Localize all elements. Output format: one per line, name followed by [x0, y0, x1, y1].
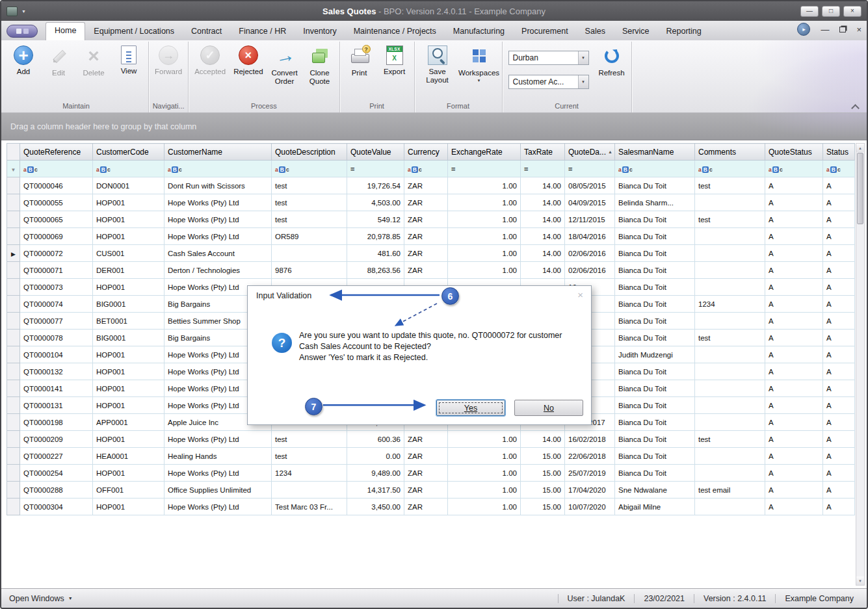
grid-cell[interactable]: 1.00: [448, 194, 521, 211]
grid-cell[interactable]: 16/02/2018: [565, 431, 615, 448]
filter-cell-quotestatus[interactable]: aBc: [765, 161, 823, 177]
grid-cell[interactable]: Hope Works (Pty) Ltd: [164, 499, 272, 515]
grid-cell[interactable]: Bianca Du Toit: [615, 262, 695, 279]
grid-cell[interactable]: Bianca Du Toit: [615, 313, 695, 330]
grid-cell[interactable]: [695, 465, 765, 482]
grid-cell[interactable]: A: [765, 380, 823, 397]
grid-cell[interactable]: QT0000254: [20, 465, 93, 482]
grid-cell[interactable]: HOP001: [93, 194, 164, 211]
grid-cell[interactable]: Hope Works (Pty) Ltd: [164, 431, 272, 448]
branch-dropdown[interactable]: Durban▼: [508, 51, 589, 65]
grid-cell[interactable]: OFF001: [93, 482, 164, 499]
tab-finance-hr[interactable]: Finance / HR: [230, 23, 295, 40]
add-button[interactable]: +Add: [6, 42, 41, 76]
grid-cell[interactable]: QT0000104: [20, 346, 93, 363]
grid-cell[interactable]: A: [823, 346, 855, 363]
grid-cell[interactable]: Bianca Du Toit: [615, 330, 695, 346]
grid-cell[interactable]: [695, 228, 765, 245]
filter-cell-taxrate[interactable]: =: [521, 161, 565, 177]
grid-cell[interactable]: Hope Works (Pty) Ltd: [164, 211, 272, 228]
grid-cell[interactable]: A: [765, 414, 823, 431]
no-button[interactable]: No: [514, 400, 583, 416]
grid-cell[interactable]: 12/11/2015: [565, 211, 615, 228]
open-windows-button[interactable]: Open Windows ▼: [1, 594, 73, 603]
row-indicator[interactable]: [7, 414, 20, 431]
export-button[interactable]: XLSXXExport: [377, 42, 412, 76]
grid-cell[interactable]: test: [695, 177, 765, 194]
grid-cell[interactable]: ZAR: [404, 245, 448, 262]
grid-cell[interactable]: QT0000074: [20, 296, 93, 313]
filter-cell-salesmanname[interactable]: aBc: [615, 161, 695, 177]
customer-filter-dropdown[interactable]: Customer Ac...▼: [508, 75, 589, 89]
row-indicator[interactable]: [7, 296, 20, 313]
row-indicator[interactable]: ▶: [7, 245, 20, 262]
tab-reporting[interactable]: Reporting: [658, 23, 710, 40]
tab-contract[interactable]: Contract: [183, 23, 230, 40]
grid-cell[interactable]: test: [272, 177, 347, 194]
row-indicator[interactable]: [7, 448, 20, 465]
view-button[interactable]: View: [111, 42, 146, 75]
filter-cell-quotereference[interactable]: aBc: [20, 161, 93, 177]
grid-cell[interactable]: 9,489.00: [347, 465, 404, 482]
grid-cell[interactable]: 22/06/2018: [565, 448, 615, 465]
grid-cell[interactable]: A: [823, 228, 855, 245]
grid-cell[interactable]: [695, 414, 765, 431]
grid-cell[interactable]: APP0001: [93, 414, 164, 431]
grid-cell[interactable]: 1.00: [448, 465, 521, 482]
grid-cell[interactable]: 3,450.00: [347, 499, 404, 515]
convert-order-button[interactable]: →Convert Order: [267, 42, 302, 86]
grid-cell[interactable]: Sne Ndwalane: [615, 482, 695, 499]
print-button[interactable]: ?Print: [342, 42, 377, 77]
grid-cell[interactable]: DON0001: [93, 177, 164, 194]
grid-cell[interactable]: [695, 499, 765, 515]
grid-cell[interactable]: 600.36: [347, 431, 404, 448]
grid-cell[interactable]: 1.00: [448, 228, 521, 245]
grid-cell[interactable]: 1.00: [448, 211, 521, 228]
grid-cell[interactable]: Bianca Du Toit: [615, 211, 695, 228]
grid-cell[interactable]: Bianca Du Toit: [615, 363, 695, 380]
grid-cell[interactable]: 20,978.85: [347, 228, 404, 245]
grid-cell[interactable]: Office Supplies Unlimited: [164, 482, 272, 499]
grid-cell[interactable]: 19,726.54: [347, 177, 404, 194]
column-header-customercode[interactable]: CustomerCode: [93, 144, 164, 161]
row-indicator[interactable]: [7, 363, 20, 380]
grid-cell[interactable]: A: [823, 431, 855, 448]
grid-cell[interactable]: A: [823, 245, 855, 262]
grid-cell[interactable]: Bianca Du Toit: [615, 431, 695, 448]
grid-cell[interactable]: A: [765, 397, 823, 414]
column-header-currency[interactable]: Currency: [404, 144, 448, 161]
scroll-up-icon[interactable]: ▲: [856, 144, 864, 152]
grid-cell[interactable]: BIG0001: [93, 296, 164, 313]
filter-cell-quoteda[interactable]: =: [565, 161, 615, 177]
grid-cell[interactable]: A: [823, 313, 855, 330]
grid-cell[interactable]: Bianca Du Toit: [615, 228, 695, 245]
row-indicator[interactable]: [7, 465, 20, 482]
grid-cell[interactable]: QT0000072: [20, 245, 93, 262]
grid-cell[interactable]: [272, 245, 347, 262]
grid-cell[interactable]: Bianca Du Toit: [615, 414, 695, 431]
row-indicator[interactable]: [7, 177, 20, 194]
grid-cell[interactable]: [695, 380, 765, 397]
grid-cell[interactable]: A: [765, 296, 823, 313]
column-header-quotevalue[interactable]: QuoteValue: [347, 144, 404, 161]
grid-cell[interactable]: QT0000304: [20, 499, 93, 515]
grid-cell[interactable]: Cash Sales Account: [164, 245, 272, 262]
row-indicator[interactable]: [7, 262, 20, 279]
grid-cell[interactable]: 14.00: [521, 211, 565, 228]
grid-cell[interactable]: Healing Hands: [164, 448, 272, 465]
grid-cell[interactable]: 9876: [272, 262, 347, 279]
grid-cell[interactable]: Bianca Du Toit: [615, 245, 695, 262]
grid-cell[interactable]: test: [695, 330, 765, 346]
grid-cell[interactable]: Bianca Du Toit: [615, 397, 695, 414]
grid-cell[interactable]: QT0000071: [20, 262, 93, 279]
column-header-quotedescription[interactable]: QuoteDescription: [272, 144, 347, 161]
grid-cell[interactable]: [695, 194, 765, 211]
row-indicator[interactable]: [7, 499, 20, 515]
grid-cell[interactable]: 14.00: [521, 245, 565, 262]
grid-cell[interactable]: A: [765, 499, 823, 515]
row-indicator[interactable]: [7, 380, 20, 397]
grid-cell[interactable]: Abigail Milne: [615, 499, 695, 515]
mdi-restore-icon[interactable]: [839, 27, 846, 32]
grid-cell[interactable]: 1.00: [448, 448, 521, 465]
column-header-quotereference[interactable]: QuoteReference: [20, 144, 93, 161]
